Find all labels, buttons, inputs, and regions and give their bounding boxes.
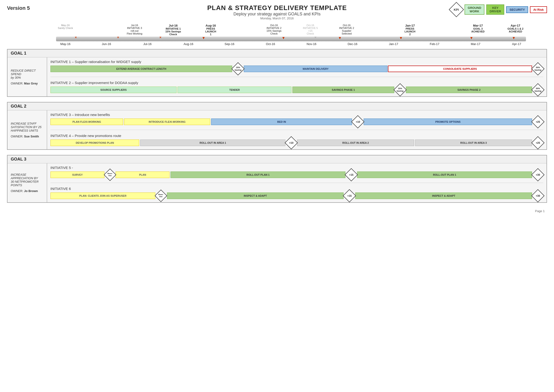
timeline-bar — [56, 37, 526, 41]
diamond-15pct-saving-2: 15%Saving — [395, 84, 405, 95]
bar-maintain-delivery: MAINTAIN DELIVERY — [244, 66, 388, 72]
month-oct16: Oct-16 — [261, 42, 280, 46]
diamond-plus10-3: +10 — [353, 116, 363, 127]
marker-oct16a: ▼ — [282, 36, 285, 40]
tl-event-10: Apr-17 GOALS 1 & 2 ACHIEVED — [505, 24, 526, 36]
marker-apr17: ▼ — [512, 36, 516, 40]
initiative3-gantt: PLAN FLEXI-WORKING INTRODUCE FLEXI-WORKI… — [50, 118, 543, 126]
version-label: Version 5 — [7, 5, 30, 11]
goal2-header: GOAL 2 — [7, 102, 547, 110]
diamond-plus25-4: +25 — [532, 137, 543, 148]
goal1-description: REDUCE DIRECTSPENDby 30% — [11, 69, 44, 79]
bar-plan-clients: PLAN: CLIENTS JOIN AS SUPERUSER — [50, 193, 155, 199]
initiative5-container: INITIATIVE 5 - SURVEY Base-line PLAN ROL… — [50, 166, 543, 179]
goal3-block: GOAL 3 INCREASEAPPRECIATION BY30 NETPROM… — [7, 155, 547, 203]
goal3-body: INCREASEAPPRECIATION BY30 NETPROMOTERPOI… — [7, 163, 547, 202]
goal1-content: INITIATIVE 1 – Supplier rationalisation … — [47, 57, 547, 96]
initiative5-title: INITIATIVE 5 - — [50, 166, 543, 170]
bar-plan-flexi: PLAN FLEXI-WORKING — [50, 119, 123, 125]
goal3-header: GOAL 3 — [7, 155, 547, 163]
legend-groundwork: GROUNDWORK — [465, 4, 485, 15]
initiative6-container: INITIATIVE 6 PLAN: CLIENTS JOIN AS SUPER… — [50, 187, 543, 200]
bar-promote-options: PROMOTE OPTIONS — [364, 119, 532, 125]
timeline-events: May-16 Sanity Check Jul-16 INITIATIVE 3 … — [9, 24, 545, 36]
initiative6-gantt: PLAN: CLIENTS JOIN AS SUPERUSER Base-lin… — [50, 192, 543, 200]
diamond-plus15-6: +15 — [344, 190, 355, 201]
month-jan17: Jan-17 — [384, 42, 403, 46]
tl-event-4: Aug-16 PRESS LAUNCH 1 — [201, 24, 220, 36]
tl-event-6: Oct-16 INITIATIVE 5 +15 Check — [301, 24, 320, 36]
marker-aug16: ▼ — [202, 36, 206, 40]
month-nov16: Nov-16 — [302, 42, 321, 46]
tl-event-9: Mar-17 GOAL 3 ACHIEVED — [468, 24, 487, 36]
marker-jun16: × — [117, 36, 119, 39]
kpi-label: KPI — [454, 8, 459, 11]
month-dec16: Dec-16 — [343, 42, 362, 46]
timeline-section: May-16 Sanity Check Jul-16 INITIATIVE 3 … — [0, 21, 554, 47]
goal2-description: INCREASE STAFFSATISFACTION BY 25HAPPINES… — [11, 122, 44, 132]
month-labels: May-16 Jun-16 Jul-16 Aug-16 Sep-16 Oct-1… — [9, 41, 545, 46]
initiative5-gantt: SURVEY Base-line PLAN ROLL-OUT PLAN 1 +1… — [50, 171, 543, 179]
goal2-sidebar: INCREASE STAFFSATISFACTION BY 25HAPPINES… — [7, 110, 47, 149]
bar-consolidate-suppliers: CONSOLIDATE SUPPLIERS — [388, 66, 532, 72]
bar-rollout-area1: ROLL-OUT IN AREA 1 — [140, 140, 285, 146]
timeline-bar-area: × × × ▼ ▼ × ▼ ▼ ▼ — [56, 37, 526, 41]
divider-2 — [50, 130, 543, 130]
initiative2-title: INITIATIVE 2 – Supplier improvement for … — [50, 81, 543, 85]
initiative6-title: INITIATIVE 6 — [50, 187, 543, 191]
bar-source-suppliers: SOURCE SUPPLIERS — [50, 87, 177, 93]
bar-develop-promos: DEVELOP PROMOTIONS PLAN — [50, 140, 139, 146]
goals-container: GOAL 1 REDUCE DIRECTSPENDby 30% OWNER: M… — [0, 47, 554, 207]
diamond-baseline-6: Base-line — [156, 191, 166, 201]
bar-rollout-plan1-5b: ROLL-OUT PLAN 1 — [357, 171, 532, 178]
goal2-body: INCREASE STAFFSATISFACTION BY 25HAPPINES… — [7, 110, 547, 149]
initiative2-gantt: SOURCE SUPPLIERS TENDER SAVINGS PHASE 1 … — [50, 86, 543, 94]
goal1-body: REDUCE DIRECTSPENDby 30% OWNER: Max Grey… — [7, 57, 547, 96]
bar-rollout-area2: ROLL-OUT IN AREA 2 — [297, 140, 414, 146]
bar-inspect-adapt-6b: INSPECT & ADAPT — [355, 193, 532, 199]
bar-savings-phase1: SAVINGS PHASE 1 — [292, 87, 394, 93]
marker-jan17: ▼ — [399, 36, 403, 40]
initiative3-title: INITIATIVE 3 – Introduce new benefits — [50, 113, 543, 117]
goal3-content: INITIATIVE 5 - SURVEY Base-line PLAN ROL… — [47, 163, 547, 202]
diamond-plus30-6: +30 — [532, 190, 543, 201]
goal1-owner: OWNER: Max Grey — [11, 82, 44, 85]
month-may16: May-16 — [56, 42, 75, 46]
marker-jul16: × — [159, 36, 161, 39]
goal2-content: INITIATIVE 3 – Introduce new benefits PL… — [47, 110, 547, 149]
goal2-owner: OWNER: Sue Smith — [11, 135, 44, 138]
diamond-plus10-4: +10 — [286, 137, 297, 148]
diamond-plus30-5: +30 — [532, 169, 543, 180]
marker-may16: × — [75, 36, 77, 39]
goal1-header: GOAL 1 — [7, 49, 547, 57]
goal3-description: INCREASEAPPRECIATION BY30 NETPROMOTERPOI… — [11, 173, 44, 187]
page-header: Version 5 PLAN & STRATEGY DELIVERY TEMPL… — [0, 0, 554, 21]
tl-event-3: Jul-16 INITIATIVE 1 15% Savings Check — [163, 24, 184, 36]
divider-1 — [50, 77, 543, 77]
diamond-plus25-3: +25 — [532, 116, 543, 127]
bar-survey: SURVEY — [50, 171, 104, 178]
month-sep16: Sep-16 — [220, 42, 239, 46]
bar-plan-5: PLAN — [116, 171, 170, 178]
initiative1-title: INITIATIVE 1 – Supplier rationalisation … — [50, 60, 543, 64]
bar-rollout-plan1-5a: ROLL-OUT PLAN 1 — [171, 171, 345, 178]
initiative4-title: INITIATIVE 4 – Provide new promotions ro… — [50, 134, 543, 138]
diamond-30pct-saving-2: 30%Saving — [532, 84, 543, 95]
month-aug16: Aug-16 — [179, 42, 198, 46]
diamond-30pct-saving-1: 30%Saving — [532, 63, 543, 74]
diamond-15pct-saving: 15%Saving — [233, 63, 243, 74]
goal3-sidebar: INCREASEAPPRECIATION BY30 NETPROMOTERPOI… — [7, 163, 47, 202]
goal1-sidebar: REDUCE DIRECTSPENDby 30% OWNER: Max Grey — [7, 57, 47, 96]
tl-event-1: May-16 Sanity Check — [56, 24, 75, 36]
month-feb17: Feb-17 — [425, 42, 444, 46]
tl-event-8: Jan-17 PRESS LAUNCH 2 — [401, 24, 419, 36]
header-date: Monday, March 07, 2016 — [0, 17, 554, 20]
month-jun16: Jun-16 — [97, 42, 116, 46]
tl-event-2: Jul-16 INITIATIVE 3 roll-out Flexi Worki… — [124, 24, 145, 36]
goal2-block: GOAL 2 INCREASE STAFFSATISFACTION BY 25H… — [7, 102, 547, 150]
bar-savings-phase2: SAVINGS PHASE 2 — [406, 87, 532, 93]
page-number: Page 1 — [0, 207, 554, 215]
initiative1-container: INITIATIVE 1 – Supplier rationalisation … — [50, 60, 543, 73]
initiative4-gantt: DEVELOP PROMOTIONS PLAN ROLL-OUT IN AREA… — [50, 139, 543, 147]
bar-bed-in: BED IN — [211, 119, 352, 125]
